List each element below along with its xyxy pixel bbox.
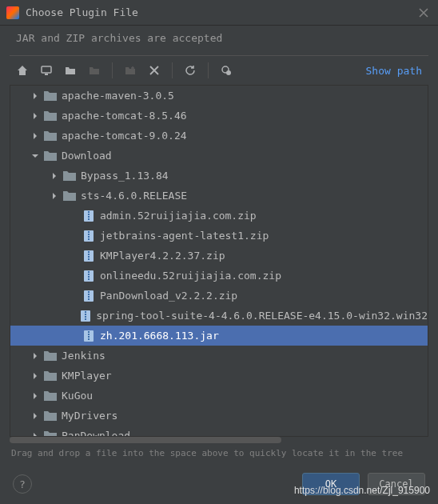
svg-rect-38 — [88, 338, 90, 340]
chevron-right-icon[interactable] — [49, 190, 60, 202]
tree-row[interactable]: KMPlayer — [10, 366, 428, 386]
svg-rect-6 — [88, 214, 90, 215]
folder-icon — [44, 370, 57, 382]
toolbar-separator — [208, 62, 209, 78]
footer: ? OK Cancel — [0, 464, 438, 504]
titlebar: Choose Plugin File — [0, 0, 438, 26]
tree-row[interactable]: onlineedu.52ruijiajia.com.zip — [10, 266, 428, 286]
svg-rect-22 — [88, 276, 90, 278]
tree-row[interactable]: jetbrains-agent-latest1.zip — [10, 226, 428, 246]
tree-label: Bypass_1.13.84 — [81, 170, 169, 182]
drop-hint: Drag and drop a file into the space abov… — [0, 443, 438, 463]
cancel-button[interactable]: Cancel — [368, 473, 425, 495]
help-button[interactable]: ? — [13, 474, 32, 494]
svg-rect-0 — [42, 66, 51, 73]
tree-label: KuGou — [62, 390, 93, 402]
tree-arrow-spacer — [49, 230, 60, 242]
svg-rect-37 — [88, 336, 90, 338]
close-icon[interactable] — [416, 5, 432, 21]
archive-icon — [82, 230, 95, 242]
svg-rect-31 — [85, 314, 86, 315]
chevron-right-icon[interactable] — [30, 350, 41, 362]
tree-label: zh.201.6668.113.jar — [100, 330, 219, 342]
tree-row[interactable]: spring-tool-suite-4-4.6.0.RELEASE-e4.15.… — [10, 306, 428, 326]
tree-label: sts-4.6.0.RELEASE — [81, 190, 187, 202]
show-hidden-icon[interactable] — [220, 64, 233, 77]
desktop-icon[interactable] — [40, 64, 53, 77]
chevron-right-icon[interactable] — [30, 390, 41, 402]
tree-row[interactable]: KMPlayer4.2.2.37.zip — [10, 246, 428, 266]
tree-label: apache-tomcat-8.5.46 — [62, 110, 187, 122]
scrollbar-horizontal[interactable] — [10, 437, 428, 443]
archive-icon — [82, 290, 95, 302]
tree-row[interactable]: zh.201.6668.113.jar — [10, 326, 428, 346]
svg-rect-30 — [85, 311, 86, 313]
svg-rect-23 — [88, 278, 90, 280]
chevron-right-icon[interactable] — [30, 130, 41, 142]
archive-icon — [79, 310, 91, 322]
svg-rect-20 — [88, 271, 90, 273]
tree-label: PanDownload_v2.2.2.zip — [100, 290, 237, 302]
tree-label: Jenkins — [62, 350, 106, 362]
folder-icon — [44, 410, 57, 422]
tree-row[interactable]: Download — [10, 146, 428, 166]
tree-arrow-spacer — [49, 270, 60, 282]
svg-rect-1 — [45, 74, 48, 75]
home-icon[interactable] — [16, 64, 29, 77]
svg-rect-15 — [88, 251, 90, 253]
tree-label: Download — [62, 150, 112, 162]
toolbar-separator — [112, 62, 113, 78]
folder-icon — [44, 110, 57, 122]
ok-button[interactable]: OK — [302, 473, 360, 495]
svg-rect-8 — [88, 218, 90, 220]
delete-icon[interactable] — [148, 64, 161, 77]
chevron-right-icon[interactable] — [30, 410, 41, 422]
tree-row[interactable]: sts-4.6.0.RELEASE — [10, 186, 428, 206]
folder-icon — [63, 170, 76, 182]
tree-label: KMPlayer4.2.2.37.zip — [100, 250, 225, 262]
tree-row[interactable]: apache-tomcat-8.5.46 — [10, 106, 428, 126]
project-icon[interactable] — [64, 64, 77, 77]
tree-label: apache-maven-3.0.5 — [62, 90, 174, 102]
svg-point-3 — [226, 70, 231, 75]
scrollbar-thumb[interactable] — [10, 437, 281, 443]
svg-rect-32 — [85, 316, 86, 318]
refresh-icon[interactable] — [184, 64, 197, 77]
chevron-right-icon[interactable] — [30, 430, 41, 438]
toolbar-separator — [172, 62, 173, 78]
folder-icon — [44, 430, 57, 438]
window-title: Choose Plugin File — [26, 6, 138, 18]
archive-icon — [82, 250, 95, 262]
app-icon — [6, 6, 19, 19]
chevron-right-icon[interactable] — [49, 170, 60, 182]
svg-rect-17 — [88, 256, 90, 258]
folder-icon — [44, 150, 57, 162]
toolbar: Show path — [0, 56, 438, 85]
chevron-down-icon[interactable] — [30, 150, 41, 162]
tree-row[interactable]: admin.52ruijiajia.com.zip — [10, 206, 428, 226]
file-tree[interactable]: apache-maven-3.0.5apache-tomcat-8.5.46ap… — [10, 85, 428, 437]
folder-icon — [63, 190, 76, 202]
tree-arrow-spacer — [49, 330, 60, 342]
chevron-right-icon[interactable] — [30, 90, 41, 102]
svg-rect-10 — [88, 231, 90, 233]
tree-row[interactable]: Bypass_1.13.84 — [10, 166, 428, 186]
tree-row[interactable]: apache-tomcat-9.0.24 — [10, 126, 428, 146]
tree-row[interactable]: KuGou — [10, 386, 428, 406]
chevron-right-icon[interactable] — [30, 110, 41, 122]
svg-rect-18 — [88, 258, 90, 260]
show-path-link[interactable]: Show path — [366, 65, 422, 77]
tree-label: apache-tomcat-9.0.24 — [62, 130, 187, 142]
svg-rect-16 — [88, 254, 90, 255]
chevron-right-icon[interactable] — [30, 370, 41, 382]
tree-row[interactable]: Jenkins — [10, 346, 428, 366]
tree-row[interactable]: PanDownload_v2.2.2.zip — [10, 286, 428, 306]
tree-row[interactable]: PanDownload — [10, 426, 428, 437]
tree-row[interactable]: apache-maven-3.0.5 — [10, 86, 428, 106]
svg-rect-36 — [88, 334, 90, 335]
tree-label: onlineedu.52ruijiajia.com.zip — [100, 270, 281, 282]
folder-icon — [44, 130, 57, 142]
tree-row[interactable]: MyDrivers — [10, 406, 428, 426]
svg-rect-33 — [85, 318, 86, 320]
svg-rect-25 — [88, 291, 90, 293]
